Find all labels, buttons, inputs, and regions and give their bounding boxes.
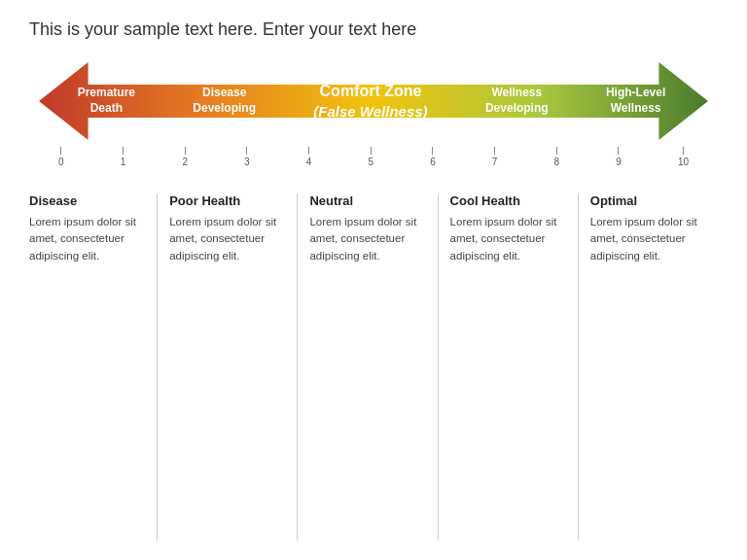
scale-tick-1: 1	[121, 147, 126, 167]
arrow-labels: Premature Death Disease Developing Comfo…	[39, 57, 708, 145]
scale-tick-5: 5	[368, 147, 374, 167]
scale-ticks: 012345678910	[39, 147, 708, 167]
scale-tick-9: 9	[616, 147, 622, 167]
col-title-poor-health: Poor Health	[169, 193, 285, 208]
bottom-section: Disease Lorem ipsum dolor sit amet, cons…	[29, 193, 718, 541]
scale-tick-8: 8	[554, 147, 560, 167]
label-high-level-wellness: High-Level Wellness	[602, 86, 669, 116]
scale-tick-10: 10	[678, 147, 689, 167]
col-body-neutral: Lorem ipsum dolor sit amet, consectetuer…	[309, 214, 425, 264]
col-title-neutral: Neutral	[309, 193, 425, 208]
scale-tick-2: 2	[182, 147, 188, 167]
label-comfort-zone: Comfort Zone (False Wellness)	[309, 82, 431, 121]
label-wellness-developing: Wellness Developing	[481, 86, 552, 116]
label-premature-death: Premature Death	[74, 86, 139, 116]
scale-tick-4: 4	[306, 147, 312, 167]
column-optimal: Optimal Lorem ipsum dolor sit amet, cons…	[578, 193, 718, 541]
label-disease-developing: Disease Developing	[189, 86, 260, 116]
scale-tick-0: 0	[58, 147, 64, 167]
col-title-optimal: Optimal	[590, 193, 706, 208]
scale-tick-3: 3	[244, 147, 250, 167]
col-body-cool-health: Lorem ipsum dolor sit amet, consectetuer…	[450, 214, 566, 264]
column-cool-health: Cool Health Lorem ipsum dolor sit amet, …	[438, 193, 578, 541]
col-body-poor-health: Lorem ipsum dolor sit amet, consectetuer…	[169, 214, 285, 264]
column-disease: Disease Lorem ipsum dolor sit amet, cons…	[29, 193, 157, 541]
column-neutral: Neutral Lorem ipsum dolor sit amet, cons…	[297, 193, 437, 541]
scale-row: 012345678910	[39, 147, 708, 174]
arrow-container: Premature Death Disease Developing Comfo…	[29, 57, 718, 174]
col-title-cool-health: Cool Health	[450, 193, 566, 208]
col-body-optimal: Lorem ipsum dolor sit amet, consectetuer…	[590, 214, 706, 264]
scale-tick-6: 6	[430, 147, 436, 167]
page: This is your sample text here. Enter you…	[0, 0, 747, 560]
col-title-disease: Disease	[29, 193, 145, 208]
page-title: This is your sample text here. Enter you…	[29, 19, 718, 40]
column-poor-health: Poor Health Lorem ipsum dolor sit amet, …	[157, 193, 297, 541]
col-body-disease: Lorem ipsum dolor sit amet, consectetuer…	[29, 214, 145, 264]
scale-tick-7: 7	[492, 147, 498, 167]
